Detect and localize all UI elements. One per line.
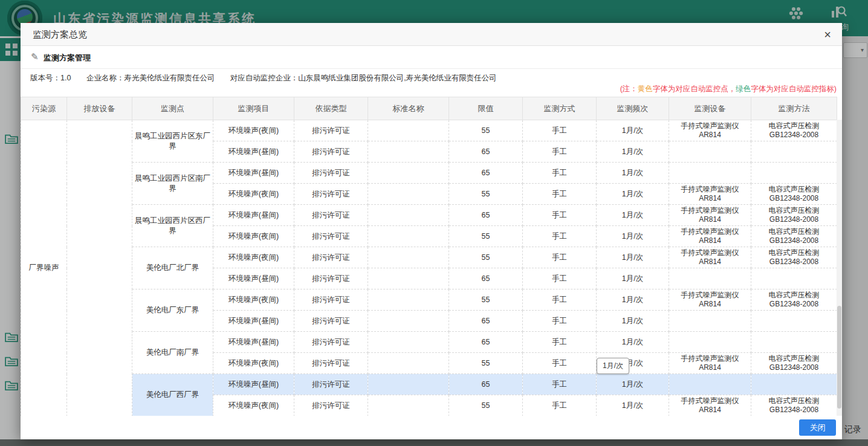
method-cell xyxy=(751,141,837,163)
pollution-source-cell: 厂界噪声 xyxy=(21,120,67,416)
freq-cell: 1月/次 xyxy=(597,374,669,395)
monitor-point-cell: 晨鸣工业园西片区东厂界 xyxy=(132,120,213,163)
modal-footer: 关闭 xyxy=(21,416,842,439)
table-row[interactable]: 厂界噪声晨鸣工业园西片区东厂界环境噪声(夜间)排污许可证55手工1月/次手持式噪… xyxy=(21,120,837,141)
limit-cell: 55 xyxy=(449,247,523,268)
table-scrollbar-track[interactable] xyxy=(837,120,842,416)
standard-cell xyxy=(368,268,449,289)
device-cell xyxy=(669,311,751,332)
freq-cell: 1月/次 xyxy=(597,205,669,226)
table-row[interactable]: 美伦电厂东厂界环境噪声(夜间)排污许可证55手工1月/次手持式噪声监测仪 AR8… xyxy=(21,289,837,311)
column-header: 依据类型 xyxy=(294,97,368,120)
device-cell: 手持式噪声监测仪 AR814 xyxy=(669,353,751,374)
table-row[interactable]: 美伦电厂西厂界环境噪声(昼间)排污许可证65手工1月/次 xyxy=(21,374,837,395)
freq-cell: 1月/次 xyxy=(597,268,669,289)
monitor-point-cell: 美伦电厂南厂界 xyxy=(132,332,213,374)
item-cell: 环境噪声(夜间) xyxy=(213,289,294,311)
monitor-point-cell: 美伦电厂北厂界 xyxy=(132,247,213,289)
method-cell: 电容式声压检测 GB12348-2008 xyxy=(751,353,837,374)
mode-cell: 手工 xyxy=(523,289,597,311)
basis-cell: 排污许可证 xyxy=(294,374,368,395)
basis-cell: 排污许可证 xyxy=(294,247,368,268)
device-cell: 手持式噪声监测仪 AR814 xyxy=(669,289,751,311)
mode-cell: 手工 xyxy=(523,141,597,163)
freq-cell: 1月/次 xyxy=(597,311,669,332)
basis-cell: 排污许可证 xyxy=(294,205,368,226)
limit-cell: 65 xyxy=(449,163,523,184)
column-header: 监测点 xyxy=(132,97,213,120)
column-header: 监测项目 xyxy=(213,97,294,120)
device-cell: 手持式噪声监测仪 AR814 xyxy=(669,120,751,141)
standard-cell xyxy=(368,184,449,205)
close-button[interactable]: 关闭 xyxy=(799,419,836,436)
monitor-point-cell: 美伦电厂东厂界 xyxy=(132,289,213,332)
green-word: 绿色 xyxy=(736,85,751,93)
basis-cell: 排污许可证 xyxy=(294,163,368,184)
mode-cell: 手工 xyxy=(523,311,597,332)
freq-cell: 1月/次 xyxy=(597,332,669,353)
item-cell: 环境噪声(昼间) xyxy=(213,141,294,163)
method-cell: 电容式声压检测 GB12348-2008 xyxy=(751,247,837,268)
limit-cell: 55 xyxy=(449,184,523,205)
freq-cell: 1月/次 xyxy=(597,226,669,247)
standard-cell xyxy=(368,332,449,353)
limit-cell: 55 xyxy=(449,226,523,247)
table-row[interactable]: 晨鸣工业园西片区南厂界环境噪声(昼间)排污许可证65手工1月/次 xyxy=(21,163,837,184)
device-cell xyxy=(669,374,751,395)
limit-cell: 65 xyxy=(449,205,523,226)
device-cell: 手持式噪声监测仪 AR814 xyxy=(669,205,751,226)
limit-cell: 65 xyxy=(449,268,523,289)
monitoring-plan-table-zone: 污染源排放设备监测点监测项目依据类型标准名称限值监测方式监测频次监测设备监测方法… xyxy=(21,97,842,416)
item-cell: 环境噪声(昼间) xyxy=(213,332,294,353)
basis-cell: 排污许可证 xyxy=(294,353,368,374)
item-cell: 环境噪声(昼间) xyxy=(213,205,294,226)
method-cell: 电容式声压检测 GB12348-2008 xyxy=(751,205,837,226)
item-cell: 环境噪声(夜间) xyxy=(213,247,294,268)
standard-cell xyxy=(368,226,449,247)
freq-cell: 1月/次 xyxy=(597,120,669,141)
basis-cell: 排污许可证 xyxy=(294,395,368,416)
mode-cell: 手工 xyxy=(523,163,597,184)
item-cell: 环境噪声(昼间) xyxy=(213,311,294,332)
standard-cell xyxy=(368,247,449,268)
item-cell: 环境噪声(昼间) xyxy=(213,374,294,395)
yellow-word: 黄色 xyxy=(638,85,653,93)
basis-cell: 排污许可证 xyxy=(294,289,368,311)
basis-cell: 排污许可证 xyxy=(294,268,368,289)
mode-cell: 手工 xyxy=(523,205,597,226)
mode-cell: 手工 xyxy=(523,184,597,205)
standard-cell xyxy=(368,141,449,163)
close-icon[interactable]: × xyxy=(820,27,835,42)
freq-cell: 1月/次 xyxy=(597,289,669,311)
device-cell xyxy=(669,163,751,184)
device-cell: 手持式噪声监测仪 AR814 xyxy=(669,226,751,247)
monitoring-plan-table: 污染源排放设备监测点监测项目依据类型标准名称限值监测方式监测频次监测设备监测方法… xyxy=(21,97,837,416)
color-legend-note: (注：黄色字体为对应自动监控点，绿色字体为对应自动监控指标) xyxy=(620,84,837,94)
limit-cell: 65 xyxy=(449,332,523,353)
table-row[interactable]: 晨鸣工业园西片区西厂界环境噪声(昼间)排污许可证65手工1月/次手持式噪声监测仪… xyxy=(21,205,837,226)
standard-cell xyxy=(368,289,449,311)
basis-cell: 排污许可证 xyxy=(294,120,368,141)
mode-cell: 手工 xyxy=(523,395,597,416)
freq-cell: 1月/次 xyxy=(597,395,669,416)
item-cell: 环境噪声(夜间) xyxy=(213,226,294,247)
limit-cell: 65 xyxy=(449,141,523,163)
table-row[interactable]: 美伦电厂北厂界环境噪声(夜间)排污许可证55手工1月/次手持式噪声监测仪 AR8… xyxy=(21,247,837,268)
table-row[interactable]: 美伦电厂南厂界环境噪声(昼间)排污许可证65手工1月/次 xyxy=(21,332,837,353)
standard-cell xyxy=(368,395,449,416)
freq-cell: 1月/次 xyxy=(597,141,669,163)
table-scrollbar-thumb[interactable] xyxy=(837,306,841,409)
monitoring-plan-modal: 监测方案总览 × ✎ 监测方案管理 版本号：1.0 企业名称：寿光美伦纸业有限责… xyxy=(21,23,842,439)
limit-cell: 55 xyxy=(449,395,523,416)
device-cell: 手持式噪声监测仪 AR814 xyxy=(669,247,751,268)
device-cell xyxy=(669,268,751,289)
device-cell: 手持式噪声监测仪 AR814 xyxy=(669,395,751,416)
monitor-point-cell: 美伦电厂西厂界 xyxy=(132,374,213,416)
method-cell: 电容式声压检测 GB12348-2008 xyxy=(751,226,837,247)
pencil-icon: ✎ xyxy=(31,51,39,62)
basis-cell: 排污许可证 xyxy=(294,184,368,205)
company-value: 寿光美伦纸业有限责任公司 xyxy=(124,74,215,82)
limit-cell: 55 xyxy=(449,289,523,311)
section-bar: ✎ 监测方案管理 xyxy=(21,46,842,69)
plan-info-line: 版本号：1.0 企业名称：寿光美伦纸业有限责任公司 对应自动监控企业：山东晨鸣纸… xyxy=(30,73,510,83)
